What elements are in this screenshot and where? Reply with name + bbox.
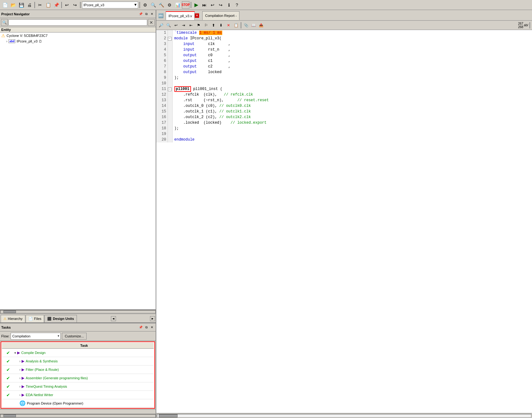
project-dropdown[interactable]: IPcore_pll_v3 ▼ <box>82 2 138 8</box>
compilation-report-tab[interactable]: Compilation Report - <box>202 11 239 20</box>
task-name-1[interactable]: › ▶ Analysis & Synthesis <box>14 359 154 363</box>
editor-tool-paste[interactable]: 📋 <box>233 22 239 29</box>
entity-hscroll[interactable] <box>0 310 156 314</box>
code-hscroll[interactable] <box>156 413 532 418</box>
editor-tool-3[interactable]: ↩ <box>173 22 179 29</box>
task-name-2[interactable]: › ▶ Fitter (Place & Route) <box>14 367 154 372</box>
task-expand-0[interactable]: ▾ <box>14 351 16 355</box>
code-15[interactable]: .outclk_1 (c1), // outclk1.clk <box>172 109 532 114</box>
task-expand-1[interactable]: › <box>19 360 20 363</box>
code-9[interactable]: ); <box>172 75 532 81</box>
cut-button[interactable]: ✂ <box>36 1 44 9</box>
search-clear-button[interactable]: ✕ <box>148 19 155 26</box>
editor-icon-btn[interactable]: 🔤 <box>157 12 164 19</box>
code-13[interactable]: .rst (~rst_n), // reset.reset <box>172 97 532 103</box>
editor-tool-export[interactable]: 📤 <box>258 22 264 29</box>
build-button[interactable]: 🔨 <box>158 1 165 9</box>
fold-box-2[interactable]: − <box>168 37 172 41</box>
stop-button[interactable]: STOP <box>182 1 189 9</box>
tab-design-units[interactable]: ⬛ Design Units <box>44 315 77 322</box>
code-11[interactable]: pll001 pll001_inst ( <box>172 86 532 92</box>
task-row-assembler[interactable]: ✔ › ▶ Assembler (Generate programming fi… <box>2 374 154 382</box>
editor-tool-delete[interactable]: ✕ <box>225 22 232 29</box>
code-7[interactable]: output c2 , <box>172 64 532 69</box>
editor-tool-attach[interactable]: 📎 <box>243 22 249 29</box>
module-item[interactable]: › abd IPcore_pll_v3 🗋 <box>0 39 156 44</box>
task-row-timequest[interactable]: ✔ › ▶ TimeQuest Timing Analysis <box>2 382 154 391</box>
code-14[interactable]: .outclk_0 (c0), // outclk0.clk <box>172 103 532 109</box>
tab-files[interactable]: 📄 Files <box>26 315 44 322</box>
task-expand-5[interactable]: › <box>19 393 20 397</box>
print-button[interactable]: 🖨 <box>26 1 33 9</box>
customize-button[interactable]: Customize... <box>62 333 87 340</box>
file-tab-active[interactable]: IPcore_pll_v3.v <box>166 11 195 20</box>
editor-tool-5[interactable]: ⚑ <box>195 22 202 29</box>
task-name-3[interactable]: › ▶ Assembler (Generate programming file… <box>14 376 154 380</box>
task-row-compile-design[interactable]: ✔ ▾ ▶ Compile Design <box>2 349 154 357</box>
task-row-program[interactable]: 🌐 Program Device (Open Programmer) <box>2 399 154 407</box>
code-scroll-area[interactable]: 1 `timescale 1 ms/ 1 ms 2 − module IPcor… <box>156 30 532 413</box>
editor-tool-8[interactable]: ⬇ <box>218 22 224 29</box>
copy-button[interactable]: 📋 <box>44 1 52 9</box>
search-input[interactable] <box>8 19 147 26</box>
flow-dropdown[interactable]: Compilation ▼ <box>11 333 61 340</box>
undo-button[interactable]: ↩ <box>63 1 71 9</box>
config-button[interactable]: ⚙ <box>166 1 173 9</box>
left-bottom-hscroll[interactable] <box>0 414 156 418</box>
run-button[interactable]: ▶ <box>193 1 200 9</box>
code-19[interactable] <box>172 131 532 137</box>
task-expand-4[interactable]: › <box>19 385 20 388</box>
tab-nav-left[interactable]: ◀ <box>111 316 116 321</box>
compile-button[interactable]: ⚙ <box>141 1 149 9</box>
task-expand-2[interactable]: › <box>19 368 20 371</box>
close-panel-button[interactable]: ✕ <box>149 12 154 17</box>
fold-box-11[interactable]: − <box>168 87 172 91</box>
tab-nav-right[interactable]: ▶ <box>150 316 155 321</box>
hscroll-track[interactable] <box>0 310 156 313</box>
run-all-button[interactable]: ⏭ <box>201 1 208 9</box>
task-expand-3[interactable]: › <box>19 376 20 380</box>
tasks-restore-button[interactable]: ⧉ <box>144 325 149 330</box>
back-button[interactable]: ↩ <box>209 1 216 9</box>
task-row-eda[interactable]: ✔ › ▶ EDA Netlist Writer <box>2 391 154 399</box>
code-18[interactable]: ); <box>172 126 532 131</box>
code-4[interactable]: input rst_n , <box>172 47 532 52</box>
new-button[interactable]: 📄 <box>1 1 9 9</box>
code-2[interactable]: module IPcore_pll_v3( <box>172 36 532 41</box>
forward-button[interactable]: ↪ <box>217 1 224 9</box>
device-item[interactable]: ⚠ Cyclone V: 5CEBA4F23C7 <box>0 32 156 39</box>
editor-tool-2[interactable]: 🔍 <box>165 22 172 29</box>
tasks-bottom-scroll[interactable] <box>0 409 156 414</box>
pin-button[interactable]: 📌 <box>138 12 143 17</box>
code-8[interactable]: output locked <box>172 69 532 75</box>
code-1[interactable]: `timescale 1 ms/ 1 ms <box>172 30 532 36</box>
code-16[interactable]: .outclk_2 (c2), // outclk2.clk <box>172 114 532 120</box>
editor-tool-1[interactable]: 🔎 <box>158 22 164 29</box>
close-file-tab-button[interactable]: ✕ <box>195 13 199 18</box>
task-name-0[interactable]: ▾ ▶ Compile Design <box>14 351 154 355</box>
save-button[interactable]: 💾 <box>18 1 25 9</box>
task-name-5[interactable]: › ▶ EDA Netlist Writer <box>14 393 154 397</box>
code-5[interactable]: output c0 , <box>172 52 532 58</box>
info-button[interactable]: ℹ <box>225 1 233 9</box>
tasks-close-button[interactable]: ✕ <box>149 325 154 330</box>
code-12[interactable]: .refclk (clk), // refclk.clk <box>172 92 532 97</box>
task-name-4[interactable]: › ▶ TimeQuest Timing Analysis <box>14 384 154 389</box>
analyze-button[interactable]: 🔍 <box>149 1 157 9</box>
tab-hierarchy[interactable]: ⚠ Hierarchy <box>1 315 25 322</box>
fold-2[interactable]: − <box>168 36 172 41</box>
fold-11[interactable]: − <box>168 86 172 92</box>
editor-tool-7[interactable]: ⬆ <box>210 22 217 29</box>
code-17[interactable]: .locked (locked) // locked.export <box>172 120 532 126</box>
redo-button[interactable]: ↪ <box>71 1 79 9</box>
code-6[interactable]: output c1 , <box>172 58 532 64</box>
open-button[interactable]: 📂 <box>9 1 17 9</box>
rtl-button[interactable]: 📊 <box>174 1 181 9</box>
task-row-analysis[interactable]: ✔ › ▶ Analysis & Synthesis <box>2 357 154 366</box>
tasks-pin-button[interactable]: 📌 <box>138 325 143 330</box>
editor-tool-indent[interactable]: ⇥ <box>180 22 187 29</box>
task-name-6[interactable]: 🌐 Program Device (Open Programmer) <box>14 400 154 406</box>
help-button[interactable]: ? <box>233 1 241 9</box>
task-row-fitter[interactable]: ✔ › ▶ Fitter (Place & Route) <box>2 366 154 374</box>
paste-button[interactable]: 📌 <box>53 1 60 9</box>
